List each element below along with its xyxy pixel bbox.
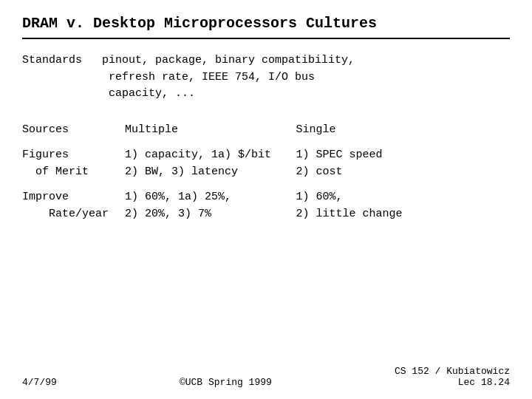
comparison-table: Sources Multiple Single Figures of Merit…	[22, 117, 510, 228]
sources-dram: Multiple	[125, 117, 296, 143]
figures-row: Figures of Merit 1) capacity, 1a) $/bit2…	[22, 143, 510, 185]
content-section: Standards pinout, package, binary compat…	[22, 52, 510, 358]
standards-row: Standards pinout, package, binary compat…	[22, 52, 510, 103]
footer-course: CS 152 / Kubiatowicz Lec 18.24	[395, 366, 510, 388]
footer-copyright: ©UCB Spring 1999	[180, 377, 272, 388]
improve-desktop: 1) 60%,2) little change	[296, 185, 510, 227]
improve-dram: 1) 60%, 1a) 25%,2) 20%, 3) 7%	[125, 185, 296, 227]
figures-dram: 1) capacity, 1a) $/bit2) BW, 3) latency	[125, 143, 296, 185]
title-section: DRAM v. Desktop Microprocessors Cultures	[22, 15, 510, 39]
sources-row: Sources Multiple Single	[22, 117, 510, 143]
improve-label: Improve Rate/year	[22, 185, 125, 227]
figures-label: Figures of Merit	[22, 143, 125, 185]
slide-container: DRAM v. Desktop Microprocessors Cultures…	[0, 0, 532, 399]
standards-label: Standards	[22, 54, 102, 66]
sources-label: Sources	[22, 117, 125, 143]
footer: 4/7/99 ©UCB Spring 1999 CS 152 / Kubiato…	[22, 358, 510, 388]
figures-desktop: 1) SPEC speed2) cost	[296, 143, 510, 185]
footer-date: 4/7/99	[22, 377, 57, 388]
improve-row: Improve Rate/year 1) 60%, 1a) 25%,2) 20%…	[22, 185, 510, 227]
sources-desktop: Single	[296, 117, 510, 143]
slide-title: DRAM v. Desktop Microprocessors Cultures	[22, 15, 377, 32]
